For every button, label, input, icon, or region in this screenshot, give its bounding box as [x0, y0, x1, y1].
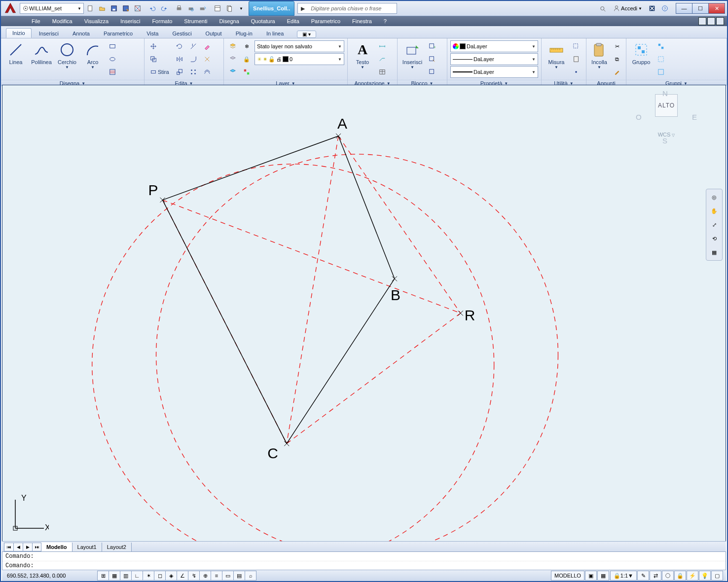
- close-button[interactable]: ✕: [708, 3, 725, 14]
- menu-file[interactable]: File: [26, 16, 46, 26]
- 3dosnap-toggle[interactable]: ◈: [165, 571, 177, 581]
- menu-parametrico[interactable]: Parametrico: [305, 16, 346, 26]
- menu-quotatura[interactable]: Quotatura: [245, 16, 281, 26]
- help-button[interactable]: ?: [659, 3, 670, 14]
- plot-styles-button[interactable]: [132, 3, 143, 14]
- minimize-button[interactable]: —: [676, 3, 692, 14]
- annoscale-button[interactable]: 🔒 1:1 ▼: [610, 571, 637, 581]
- explode-button[interactable]: [201, 53, 213, 65]
- quickcalc-button[interactable]: [570, 53, 582, 65]
- tab-layout2[interactable]: Layout2: [102, 543, 132, 552]
- qp-toggle[interactable]: ▤: [233, 571, 245, 581]
- tab-output[interactable]: Output: [199, 29, 228, 38]
- view-cube[interactable]: N O E S ALTO WCS ▽: [637, 91, 696, 137]
- layermatch-button[interactable]: [241, 66, 253, 78]
- command-prompt[interactable]: Comando:: [2, 561, 726, 570]
- infer-toggle[interactable]: ⊞: [97, 571, 109, 581]
- steeringwheel-button[interactable]: ◎: [708, 191, 720, 203]
- redo-button[interactable]: [159, 3, 170, 14]
- groupedit-button[interactable]: [655, 53, 667, 65]
- document-tab[interactable]: Snellius_Coll..: [249, 1, 294, 16]
- menu-formato[interactable]: Formato: [146, 16, 178, 26]
- id-button[interactable]: [570, 66, 582, 78]
- osnap-toggle[interactable]: ◻: [154, 571, 166, 581]
- stretch-button[interactable]: Stira: [147, 66, 172, 78]
- tab-inserisci[interactable]: Inserisci: [33, 29, 65, 38]
- sc-toggle[interactable]: ⌕: [245, 571, 256, 581]
- layerfreeze-button[interactable]: ❄: [241, 40, 253, 52]
- inserisci-button[interactable]: Inserisci▼: [400, 40, 424, 69]
- scale-button[interactable]: [174, 66, 185, 78]
- menu-strumenti[interactable]: Strumenti: [178, 16, 213, 26]
- menu-disegna[interactable]: Disegna: [213, 16, 245, 26]
- incolla-button[interactable]: Incolla▼: [589, 40, 609, 69]
- exchange-button[interactable]: [647, 3, 657, 14]
- edit-block-button[interactable]: [426, 53, 438, 65]
- clean-screen-button[interactable]: ▢: [711, 571, 723, 581]
- array-button[interactable]: [187, 66, 199, 78]
- layout-grid-button[interactable]: ▦: [597, 571, 609, 581]
- open-button[interactable]: [97, 3, 108, 14]
- layerstate-dropdown[interactable]: Stato layer non salvato▼: [255, 40, 344, 52]
- ungroup-button[interactable]: [655, 40, 667, 52]
- rotate-button[interactable]: [174, 40, 185, 52]
- copy-button[interactable]: [147, 53, 159, 65]
- matchprop-button[interactable]: [611, 66, 623, 78]
- maximize-button[interactable]: ☐: [692, 3, 709, 14]
- orbit-button[interactable]: ⟲: [708, 233, 720, 244]
- table-button[interactable]: [376, 66, 388, 78]
- gruppo-button[interactable]: Gruppo: [629, 40, 653, 65]
- tab-first-button[interactable]: ⏮: [4, 543, 14, 551]
- undo-button[interactable]: [147, 3, 158, 14]
- erase-button[interactable]: [201, 40, 213, 52]
- mdi-minimize[interactable]: [698, 17, 706, 25]
- mdi-close[interactable]: [716, 17, 724, 25]
- new-button[interactable]: [85, 3, 96, 14]
- annovis-toggle[interactable]: ✎: [637, 571, 649, 581]
- print-button[interactable]: [174, 3, 184, 14]
- ribbon-extra-button[interactable]: ▣ ▾: [297, 31, 316, 38]
- hatch-button[interactable]: [107, 66, 118, 78]
- rectangle-button[interactable]: [107, 40, 118, 52]
- grid-toggle[interactable]: ▥: [120, 571, 132, 581]
- lwt-toggle[interactable]: ≡: [211, 571, 222, 581]
- tab-model[interactable]: Modello: [41, 543, 73, 552]
- menu-finestra[interactable]: Finestra: [346, 16, 378, 26]
- hardware-accel-button[interactable]: ⚡: [687, 571, 698, 581]
- linetype-dropdown[interactable]: DaLayer▼: [450, 66, 538, 78]
- save-button[interactable]: [109, 3, 119, 14]
- dimlinear-button[interactable]: [376, 40, 388, 52]
- ortho-toggle[interactable]: ∟: [131, 571, 143, 581]
- ws-switch-button[interactable]: [662, 571, 674, 581]
- color-dropdown[interactable]: DaLayer▼: [450, 40, 538, 52]
- linea-button[interactable]: Linea: [4, 40, 28, 65]
- snap-toggle[interactable]: ▦: [109, 571, 120, 581]
- dyn-toggle[interactable]: ⊕: [199, 571, 211, 581]
- polilinea-button[interactable]: Polilinea: [30, 40, 53, 65]
- menu-edita[interactable]: Edita: [281, 16, 305, 26]
- layerlock-button[interactable]: 🔒: [241, 53, 253, 65]
- polar-toggle[interactable]: ✶: [143, 571, 154, 581]
- command-line[interactable]: Comando: Comando:: [2, 551, 726, 570]
- search-input[interactable]: ▶ Digitare parola chiave o frase: [297, 3, 397, 14]
- layer-dropdown[interactable]: ☀✷🔓🖨 0 ▼: [255, 53, 344, 65]
- layeroff-button[interactable]: [227, 53, 239, 65]
- pan-button[interactable]: ✋: [708, 205, 720, 217]
- cut-button[interactable]: ✂: [611, 40, 623, 52]
- zoom-extents-button[interactable]: ⤢: [708, 219, 720, 231]
- app-menu-button[interactable]: [1, 1, 20, 16]
- publish-button[interactable]: [197, 3, 208, 14]
- tab-last-button[interactable]: ⏭: [32, 543, 42, 551]
- layeriso-button[interactable]: [227, 66, 239, 78]
- ellipse-button[interactable]: [107, 53, 118, 65]
- saveas-button[interactable]: [120, 3, 131, 14]
- annoauto-toggle[interactable]: ⇄: [650, 571, 661, 581]
- tab-gestisci[interactable]: Gestisci: [166, 29, 198, 38]
- tab-annota[interactable]: Annota: [66, 29, 96, 38]
- testo-button[interactable]: ATesto▼: [351, 40, 374, 69]
- tab-inlinea[interactable]: In linea: [260, 29, 290, 38]
- qat-customize[interactable]: ▼: [236, 3, 247, 14]
- groupmgr-button[interactable]: [655, 66, 667, 78]
- tab-plugin[interactable]: Plug-in: [229, 29, 259, 38]
- trim-button[interactable]: [187, 40, 199, 52]
